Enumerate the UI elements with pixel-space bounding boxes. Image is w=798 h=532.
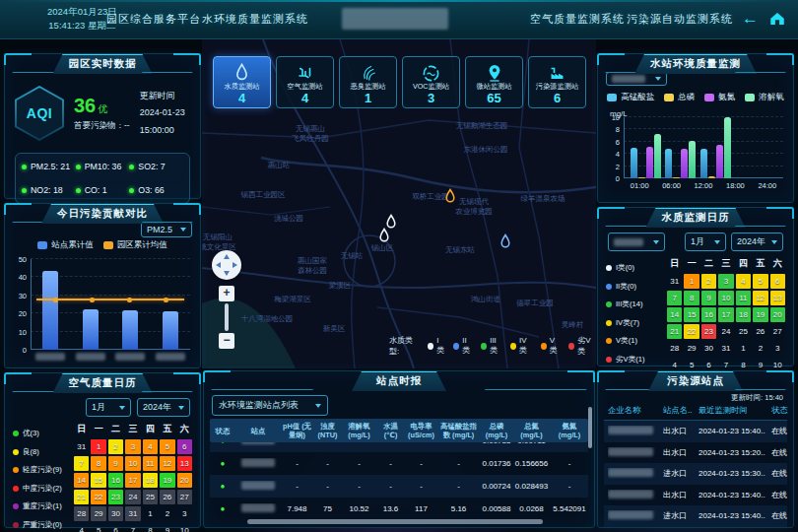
calendar-day[interactable]: 2 [753, 341, 767, 356]
station-type-button-factory[interactable]: 污染源监测站6 [528, 56, 586, 108]
calendar-day[interactable]: 2 [108, 439, 123, 454]
calendar-day[interactable]: 1 [684, 274, 698, 289]
calendar-day[interactable]: 31 [125, 506, 140, 521]
calendar-day[interactable]: 18 [736, 307, 751, 322]
map-zoom-out-button[interactable]: − [219, 333, 234, 349]
calendar-day[interactable]: 5 [160, 439, 174, 454]
map-zoom-slider[interactable] [225, 303, 229, 331]
calendar-day[interactable]: 12 [160, 456, 174, 471]
calendar-day[interactable]: 1 [143, 506, 158, 521]
calendar-day[interactable]: 28 [667, 341, 682, 356]
source-row[interactable]: 出水口2024-01-23 15:20..在线 [604, 442, 787, 464]
calendar-day[interactable]: 14 [667, 307, 682, 322]
source-row[interactable]: 出水口2024-01-23 15:40..在线 [604, 421, 787, 442]
horizontal-scrollbar[interactable] [247, 519, 543, 524]
calendar-day[interactable]: 30 [701, 341, 716, 356]
nav-park-platform[interactable]: 园区综合服务平台 [106, 12, 201, 27]
calendar-day[interactable]: 24 [718, 324, 733, 339]
calendar-day[interactable]: 13 [770, 291, 785, 305]
calendar-day[interactable]: 10 [125, 456, 140, 471]
calendar-day[interactable]: 8 [143, 523, 158, 532]
calendar-day[interactable]: 31 [74, 439, 89, 454]
calendar-day[interactable]: 26 [160, 490, 174, 504]
calendar-day[interactable]: 22 [91, 490, 105, 504]
calendar-day[interactable]: 19 [160, 473, 174, 488]
calendar-day[interactable]: 21 [74, 490, 89, 504]
calendar-day[interactable]: 9 [701, 291, 716, 305]
report-row[interactable]: ●------0.017360.156656-- [210, 452, 588, 475]
measure-bar[interactable] [700, 149, 707, 178]
calendar-day[interactable]: 15 [91, 473, 105, 488]
calendar-day[interactable]: 7 [125, 523, 140, 532]
station-bar[interactable] [163, 311, 178, 350]
calendar-day[interactable]: 14 [74, 473, 89, 488]
calendar-day[interactable]: 11 [143, 456, 158, 471]
calendar-day[interactable]: 15 [684, 307, 698, 322]
calendar-day[interactable]: 2 [701, 274, 716, 289]
calendar-day[interactable]: 8 [91, 456, 105, 471]
measure-bar[interactable] [673, 177, 680, 178]
calendar-day[interactable]: 23 [108, 490, 123, 504]
nav-air-system[interactable]: 空气质量监测系统 [530, 12, 625, 27]
home-icon[interactable] [768, 10, 786, 28]
calendar-day[interactable]: 24 [125, 490, 140, 504]
calendar-day[interactable]: 29 [684, 341, 698, 356]
calendar-day[interactable]: 20 [770, 307, 785, 322]
calendar-day[interactable]: 21 [667, 324, 682, 339]
calendar-day[interactable]: 11 [736, 291, 751, 305]
calendar-day[interactable]: 4 [143, 439, 158, 454]
source-row[interactable]: 进水口2024-01-23 15:30..在线 [604, 463, 787, 485]
station-bar[interactable] [83, 309, 99, 350]
calendar-day[interactable]: 5 [753, 274, 767, 289]
calendar-day[interactable]: 29 [91, 506, 105, 521]
measure-bar[interactable] [716, 145, 723, 178]
calendar-day[interactable]: 13 [177, 456, 192, 471]
calendar-day[interactable]: 27 [770, 324, 785, 339]
station-select[interactable] [608, 233, 665, 251]
calendar-day[interactable]: 2 [160, 506, 174, 521]
calendar-day[interactable]: 8 [684, 291, 698, 305]
calendar-day[interactable]: 6 [177, 439, 192, 454]
calendar-day[interactable]: 9 [160, 523, 174, 532]
calendar-day[interactable]: 20 [177, 473, 192, 488]
year-select[interactable]: 2024年 [137, 398, 190, 417]
nav-pollution-system[interactable]: 污染源自动监测系统 [627, 12, 733, 27]
water-station-marker-icon[interactable] [499, 233, 512, 254]
calendar-day[interactable]: 7 [667, 291, 682, 305]
measure-bar[interactable] [638, 177, 645, 178]
calendar-day[interactable]: 6 [770, 274, 785, 289]
measure-bar[interactable] [654, 134, 661, 178]
calendar-day[interactable]: 3 [770, 341, 785, 356]
calendar-day[interactable]: 7 [74, 456, 89, 471]
calendar-day[interactable]: 31 [718, 341, 733, 356]
calendar-day[interactable]: 28 [74, 506, 89, 521]
calendar-day[interactable]: 27 [177, 490, 192, 504]
measure-bar[interactable] [689, 141, 696, 178]
calendar-day[interactable]: 12 [753, 291, 767, 305]
calendar-day[interactable]: 10 [718, 291, 733, 305]
calendar-day[interactable]: 6 [108, 523, 123, 532]
calendar-day[interactable]: 1 [736, 341, 751, 356]
year-select[interactable]: 2024年 [731, 233, 783, 251]
station-type-button-voc[interactable]: VOC监测站3 [402, 56, 460, 108]
calendar-day[interactable]: 10 [177, 523, 192, 532]
calendar-day[interactable]: 22 [684, 324, 698, 339]
calendar-day[interactable]: 3 [177, 506, 192, 521]
water-station-marker-icon[interactable] [443, 188, 457, 209]
measure-bar[interactable] [708, 176, 715, 178]
calendar-day[interactable]: 4 [736, 274, 751, 289]
station-type-button-pin[interactable]: 微站监测站65 [465, 56, 523, 108]
calendar-day[interactable]: 25 [736, 324, 751, 339]
calendar-day[interactable]: 4 [74, 523, 89, 532]
measure-bar[interactable] [631, 148, 637, 178]
measure-bar[interactable] [646, 147, 653, 178]
station-type-button-water-drop[interactable]: 水质监测站4 [213, 56, 271, 108]
calendar-day[interactable]: 26 [753, 324, 767, 339]
measure-bar[interactable] [724, 117, 731, 178]
calendar-day[interactable]: 16 [701, 307, 716, 322]
nav-water-system[interactable]: 水环境质量监测系统 [202, 12, 308, 27]
report-row[interactable]: ●------0.007380.00711-- [210, 442, 588, 452]
calendar-day[interactable]: 30 [108, 506, 123, 521]
source-row[interactable]: 出水口2024-01-23 15:40..在线 [604, 485, 787, 506]
calendar-day[interactable]: 17 [718, 307, 733, 322]
